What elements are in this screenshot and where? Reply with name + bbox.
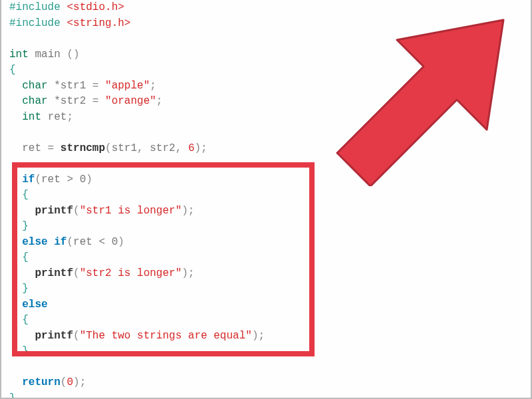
keyword-control: if bbox=[54, 236, 66, 248]
keyword-control: else bbox=[22, 299, 47, 311]
keyword-type: int bbox=[9, 49, 29, 61]
condition: ret < 0 bbox=[73, 236, 118, 248]
string-literal: "apple" bbox=[105, 80, 150, 92]
function-call: strncmp bbox=[61, 142, 105, 154]
string-literal: "str1 is longer" bbox=[80, 205, 182, 217]
keyword-control: return bbox=[22, 376, 61, 388]
number-literal: 0 bbox=[66, 376, 73, 388]
string-literal: "orange" bbox=[105, 95, 156, 107]
keyword-type: char bbox=[22, 95, 47, 107]
keyword-type: char bbox=[22, 80, 47, 92]
include-header: <string.h> bbox=[66, 17, 130, 29]
function-call: printf bbox=[35, 267, 73, 279]
condition: ret > 0 bbox=[41, 174, 86, 186]
code-block: #include <stdio.h> #include <string.h> i… bbox=[1, 0, 531, 399]
preproc-directive: #include bbox=[9, 17, 61, 29]
identifier: *str1 bbox=[54, 80, 86, 92]
identifier: *str2 bbox=[54, 95, 86, 107]
keyword-type: int bbox=[22, 111, 41, 123]
string-literal: "str2 is longer" bbox=[80, 267, 182, 279]
include-header: <stdio.h> bbox=[66, 1, 124, 13]
paren: () bbox=[66, 49, 79, 61]
identifier: ret bbox=[48, 111, 67, 123]
identifier: ret bbox=[22, 142, 41, 154]
keyword-control: if bbox=[22, 174, 35, 186]
keyword-control: else bbox=[22, 236, 47, 248]
function-call: printf bbox=[35, 205, 73, 217]
function-call: printf bbox=[35, 330, 73, 342]
function-name: main bbox=[35, 49, 60, 61]
string-literal: "The two strings are equal" bbox=[80, 330, 252, 342]
preproc-directive: #include bbox=[9, 1, 61, 13]
brace: { bbox=[9, 64, 16, 76]
